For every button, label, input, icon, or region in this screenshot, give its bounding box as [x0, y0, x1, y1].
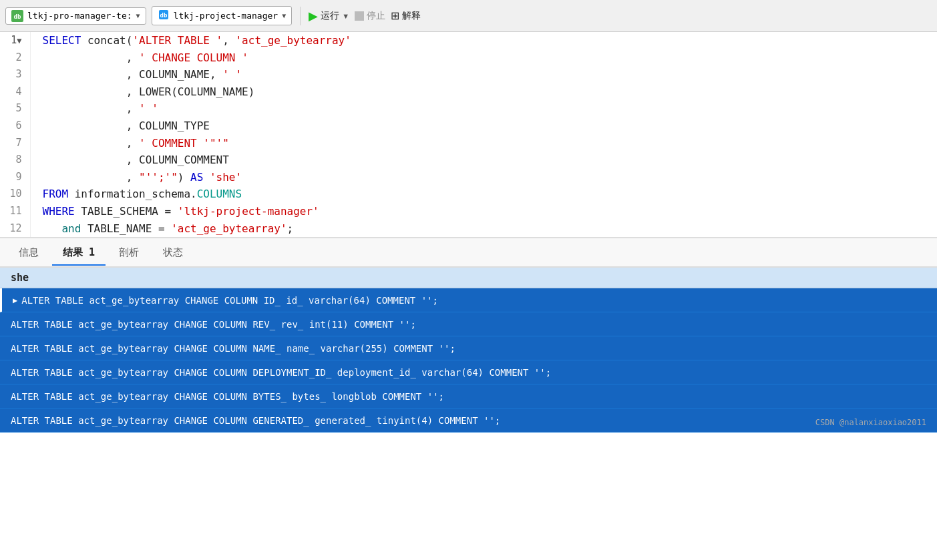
code-content[interactable]: FROM information_schema.COLUMNS [30, 186, 937, 203]
code-content[interactable]: , COLUMN_NAME, ' ' [30, 66, 937, 83]
line-number: 10 [0, 186, 30, 203]
svg-text:db: db [14, 13, 21, 20]
code-token: "'';'" [139, 171, 178, 184]
code-content[interactable]: , ' ' [30, 100, 937, 117]
explain-icon: ⊞ [391, 9, 399, 22]
line-number: 4 [0, 83, 30, 101]
line-number: 3 [0, 66, 30, 83]
tab-信息[interactable]: 信息 [8, 241, 49, 266]
code-token: , [43, 137, 140, 150]
stop-label: 停止 [367, 10, 385, 22]
run-button[interactable]: ▶ 运行 ▼ [309, 9, 349, 23]
db-selector-1[interactable]: db ltkj-pro-manager-te: ▼ [5, 7, 146, 25]
db-selector-2[interactable]: db ltkj-project-manager ▼ [152, 6, 293, 25]
db-icon-1: db [11, 10, 23, 22]
code-token: ; [287, 222, 294, 235]
code-content[interactable]: , ' COMMENT '"'" [30, 135, 937, 152]
code-content[interactable]: , LOWER(COLUMN_NAME) [30, 83, 937, 101]
code-token: , LOWER(COLUMN_NAME) [43, 85, 255, 98]
code-token: 'she' [210, 171, 242, 184]
code-token: and [43, 222, 81, 235]
code-content[interactable]: , "'';'") AS 'she' [30, 169, 937, 186]
db2-label: ltkj-project-manager [174, 11, 278, 21]
results-area: she ▶ALTER TABLE act_ge_bytearray CHANGE… [0, 268, 937, 433]
line-number: 11 [0, 203, 30, 220]
editor-area[interactable]: 1▼SELECT concat('ALTER TABLE ', 'act_ge_… [0, 32, 937, 238]
stop-button[interactable]: 停止 [355, 10, 385, 22]
result-row-text: ALTER TABLE act_ge_bytearray CHANGE COLU… [11, 319, 416, 330]
code-table: 1▼SELECT concat('ALTER TABLE ', 'act_ge_… [0, 32, 937, 237]
result-row[interactable]: ALTER TABLE act_ge_bytearray CHANGE COLU… [0, 408, 937, 433]
code-token: 'act_ge_bytearray' [235, 34, 351, 47]
code-token: , COLUMN_NAME, [43, 68, 223, 81]
code-line: 9 , "'';'") AS 'she' [0, 169, 937, 186]
code-line: 10FROM information_schema.COLUMNS [0, 186, 937, 203]
code-line: 12 and TABLE_NAME = 'act_ge_bytearray'; [0, 220, 937, 238]
code-content[interactable]: , ' CHANGE COLUMN ' [30, 49, 937, 67]
code-token: , [43, 51, 140, 64]
code-content[interactable]: SELECT concat('ALTER TABLE ', 'act_ge_by… [30, 32, 937, 49]
result-row[interactable]: ALTER TABLE act_ge_bytearray CHANGE COLU… [0, 312, 937, 336]
code-token: ' CHANGE COLUMN ' [139, 51, 248, 64]
code-content[interactable]: WHERE TABLE_SCHEMA = 'ltkj-project-manag… [30, 203, 937, 220]
line-number: 8 [0, 152, 30, 169]
code-token: TABLE_NAME = [81, 222, 171, 235]
code-token: information_schema. [68, 188, 197, 200]
code-token: "'" [210, 137, 229, 150]
column-header-text: she [11, 272, 29, 284]
result-row[interactable]: ALTER TABLE act_ge_bytearray CHANGE COLU… [0, 336, 937, 360]
code-token: TABLE_SCHEMA = [75, 205, 178, 218]
db2-arrow: ▼ [282, 12, 286, 19]
code-token: AS [190, 171, 203, 184]
code-token: ) [178, 171, 190, 184]
code-token: , [43, 102, 140, 115]
line-number: 2 [0, 49, 30, 67]
code-content[interactable]: and TABLE_NAME = 'act_ge_bytearray'; [30, 220, 937, 238]
line-number: 7 [0, 135, 30, 152]
result-row-text: ALTER TABLE act_ge_bytearray CHANGE COLU… [11, 415, 500, 426]
code-line: 1▼SELECT concat('ALTER TABLE ', 'act_ge_… [0, 32, 937, 49]
db1-arrow: ▼ [136, 12, 140, 19]
watermark: CSDN @nalanxiaoxiao2011 [815, 418, 926, 427]
result-column-header: she [0, 268, 937, 288]
code-content[interactable]: , COLUMN_COMMENT [30, 152, 937, 169]
result-row[interactable]: ALTER TABLE act_ge_bytearray CHANGE COLU… [0, 384, 937, 408]
code-token: ' COMMENT ' [139, 137, 210, 150]
svg-text:db: db [160, 12, 167, 19]
line-number: 9 [0, 169, 30, 186]
code-token: 'ALTER TABLE ' [132, 34, 222, 47]
db1-label: ltkj-pro-manager-te: [27, 11, 132, 21]
result-rows-container: ▶ALTER TABLE act_ge_bytearray CHANGE COL… [0, 288, 937, 433]
result-row-text: ALTER TABLE act_ge_bytearray CHANGE COLU… [11, 391, 444, 402]
tab-结果-1[interactable]: 结果 1 [52, 241, 106, 266]
code-line: 4 , LOWER(COLUMN_NAME) [0, 83, 937, 101]
code-token: ' ' [222, 68, 242, 81]
line-number: 12 [0, 220, 30, 238]
tab-剖析[interactable]: 剖析 [108, 241, 150, 266]
code-content[interactable]: , COLUMN_TYPE [30, 117, 937, 135]
result-row[interactable]: ▶ALTER TABLE act_ge_bytearray CHANGE COL… [0, 288, 937, 312]
code-token: COLUMNS [197, 188, 242, 200]
code-token: , COLUMN_TYPE [43, 119, 210, 132]
run-icon: ▶ [309, 9, 318, 23]
result-row-text: ALTER TABLE act_ge_bytearray CHANGE COLU… [21, 295, 438, 306]
code-token: , COLUMN_COMMENT [43, 154, 229, 166]
code-line: 5 , ' ' [0, 100, 937, 117]
result-row[interactable]: ALTER TABLE act_ge_bytearray CHANGE COLU… [0, 360, 937, 384]
code-token: , [43, 171, 140, 184]
code-line: 7 , ' COMMENT '"'" [0, 135, 937, 152]
tab-状态[interactable]: 状态 [152, 241, 194, 266]
code-token: SELECT [43, 34, 81, 47]
tabs-bar: 信息结果 1剖析状态 [0, 238, 937, 268]
line-number: 1▼ [0, 32, 30, 49]
code-token: concat( [81, 34, 132, 47]
code-token: 'act_ge_bytearray' [171, 222, 287, 235]
db-svg-1: db [11, 10, 23, 22]
editor-container: 1▼SELECT concat('ALTER TABLE ', 'act_ge_… [0, 32, 937, 238]
explain-button[interactable]: ⊞ 解释 [391, 9, 421, 22]
code-token: WHERE [43, 205, 75, 218]
explain-label: 解释 [402, 10, 421, 22]
row-arrow-indicator: ▶ [13, 296, 17, 305]
toolbar-separator [300, 7, 301, 25]
code-line: 3 , COLUMN_NAME, ' ' [0, 66, 937, 83]
